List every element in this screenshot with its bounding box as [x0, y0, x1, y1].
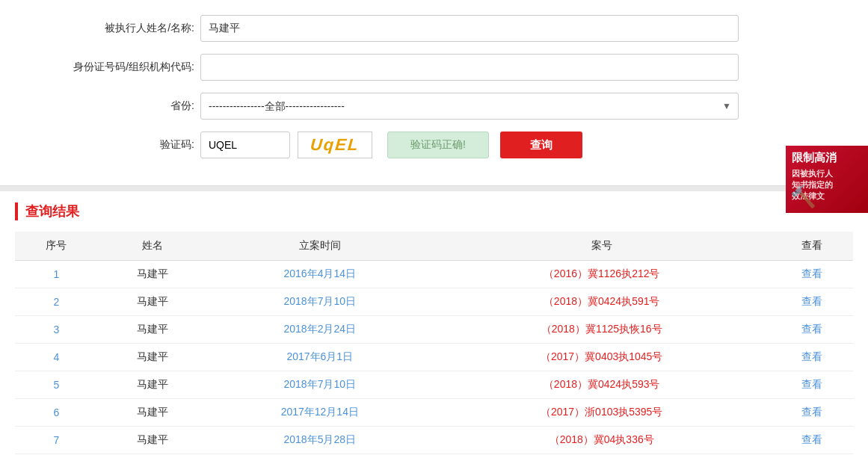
table-row: 8 马建平 2018年10月23日 （2018）冀04执655号 查看	[15, 454, 853, 462]
view-link[interactable]: 查看	[801, 267, 822, 279]
query-button[interactable]: 查询	[500, 132, 582, 158]
cell-name: 马建平	[98, 427, 207, 454]
captcha-controls: UqEL 验证码正确! 查询	[200, 132, 582, 158]
cell-view[interactable]: 查看	[770, 399, 853, 427]
province-select-wrapper: ----------------全部----------------- ▼	[200, 93, 739, 120]
id-input[interactable]	[200, 54, 739, 81]
cell-date: 2018年10月23日	[207, 454, 434, 462]
banner-line1: 因被执行人	[792, 168, 862, 179]
cell-name: 马建平	[98, 316, 207, 344]
table-row: 4 马建平 2017年6月1日 （2017）冀0403执1045号 查看	[15, 344, 853, 371]
name-row: 被执行人姓名/名称:	[60, 15, 808, 42]
cell-view[interactable]: 查看	[770, 454, 853, 462]
verify-ok-button[interactable]: 验证码正确!	[387, 132, 489, 158]
cell-index: 6	[15, 399, 98, 427]
col-view: 查看	[770, 232, 853, 261]
table-row: 1 马建平 2016年4月14日 （2016）冀1126执212号 查看	[15, 261, 853, 288]
cell-date: 2018年2月24日	[207, 316, 434, 344]
results-table: 序号 姓名 立案时间 案号 查看 1 马建平 2016年4月14日 （2016）…	[15, 232, 853, 461]
view-link[interactable]: 查看	[801, 433, 822, 445]
captcha-image[interactable]: UqEL	[298, 132, 372, 158]
section-divider	[0, 185, 868, 191]
col-case: 案号	[433, 232, 770, 261]
cell-case: （2016）冀1126执212号	[433, 261, 770, 288]
cell-case: （2018）冀0424执593号	[433, 371, 770, 399]
col-date: 立案时间	[207, 232, 434, 261]
name-input[interactable]	[200, 15, 739, 42]
col-index: 序号	[15, 232, 98, 261]
cell-view[interactable]: 查看	[770, 288, 853, 316]
cell-index: 8	[15, 454, 98, 462]
page-wrapper: 被执行人姓名/名称: 身份证号码/组织机构代码: 省份: -----------…	[0, 0, 868, 461]
view-link[interactable]: 查看	[801, 323, 822, 335]
cell-name: 马建平	[98, 371, 207, 399]
table-header-row: 序号 姓名 立案时间 案号 查看	[15, 232, 853, 261]
cell-date: 2018年7月10日	[207, 288, 434, 316]
view-link[interactable]: 查看	[801, 406, 822, 418]
cell-view[interactable]: 查看	[770, 427, 853, 454]
cell-case: （2017）冀0403执1045号	[433, 344, 770, 371]
view-link[interactable]: 查看	[801, 350, 822, 362]
cell-index: 2	[15, 288, 98, 316]
results-title: 查询结果	[15, 202, 853, 220]
cell-name: 马建平	[98, 288, 207, 316]
cell-index: 3	[15, 316, 98, 344]
results-area: 查询结果 序号 姓名 立案时间 案号 查看 1 马建平 2016年4月14日 （…	[0, 191, 868, 461]
cell-case: （2018）冀1125执恢16号	[433, 316, 770, 344]
search-area: 被执行人姓名/名称: 身份证号码/组织机构代码: 省份: -----------…	[0, 0, 868, 185]
captcha-row: 验证码: UqEL 验证码正确! 查询	[60, 132, 808, 158]
table-row: 7 马建平 2018年5月28日 （2018）冀04执336号 查看	[15, 427, 853, 454]
cell-name: 马建平	[98, 261, 207, 288]
cell-view[interactable]: 查看	[770, 371, 853, 399]
cell-index: 1	[15, 261, 98, 288]
captcha-display: UqEL	[310, 135, 360, 155]
cell-name: 马建平	[98, 399, 207, 427]
cell-case: （2018）冀04执655号	[433, 454, 770, 462]
cell-case: （2018）冀0424执591号	[433, 288, 770, 316]
view-link[interactable]: 查看	[801, 295, 822, 307]
cell-date: 2018年5月28日	[207, 427, 434, 454]
cell-date: 2017年12月14日	[207, 399, 434, 427]
cell-index: 5	[15, 371, 98, 399]
province-label: 省份:	[60, 99, 194, 113]
cell-date: 2016年4月14日	[207, 261, 434, 288]
cell-view[interactable]: 查看	[770, 261, 853, 288]
cell-index: 4	[15, 344, 98, 371]
id-label: 身份证号码/组织机构代码:	[60, 61, 194, 74]
captcha-input[interactable]	[200, 132, 290, 158]
cell-case: （2017）浙0103执5395号	[433, 399, 770, 427]
side-banner: 限制高消 因被执行人 知书指定的 效法律文 🔨	[786, 146, 868, 213]
cell-index: 7	[15, 427, 98, 454]
province-select[interactable]: ----------------全部-----------------	[200, 93, 739, 120]
table-row: 6 马建平 2017年12月14日 （2017）浙0103执5395号 查看	[15, 399, 853, 427]
table-row: 5 马建平 2018年7月10日 （2018）冀0424执593号 查看	[15, 371, 853, 399]
table-row: 3 马建平 2018年2月24日 （2018）冀1125执恢16号 查看	[15, 316, 853, 344]
cell-date: 2018年7月10日	[207, 371, 434, 399]
province-row: 省份: ----------------全部----------------- …	[60, 93, 808, 120]
gavel-icon: 🔨	[790, 185, 816, 209]
cell-name: 马建平	[98, 344, 207, 371]
col-name: 姓名	[98, 232, 207, 261]
captcha-label: 验证码:	[60, 138, 194, 152]
id-row: 身份证号码/组织机构代码:	[60, 54, 808, 81]
cell-date: 2017年6月1日	[207, 344, 434, 371]
banner-title: 限制高消	[792, 150, 862, 165]
cell-name: 马建平	[98, 454, 207, 462]
name-label: 被执行人姓名/名称:	[60, 22, 194, 35]
cell-case: （2018）冀04执336号	[433, 427, 770, 454]
cell-view[interactable]: 查看	[770, 344, 853, 371]
view-link[interactable]: 查看	[801, 378, 822, 390]
table-row: 2 马建平 2018年7月10日 （2018）冀0424执591号 查看	[15, 288, 853, 316]
cell-view[interactable]: 查看	[770, 316, 853, 344]
